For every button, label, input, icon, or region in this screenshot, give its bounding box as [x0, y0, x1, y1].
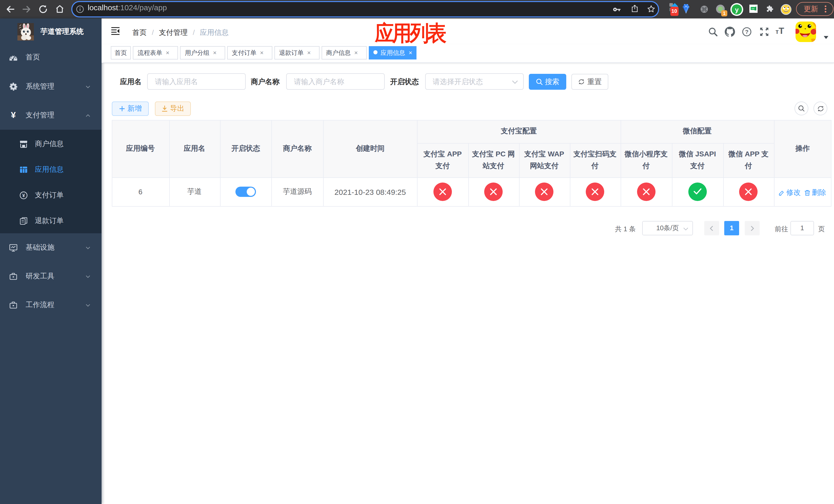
- svg-text:¥: ¥: [22, 193, 25, 198]
- svg-text:?: ?: [745, 29, 748, 35]
- svg-text:y: y: [735, 6, 739, 13]
